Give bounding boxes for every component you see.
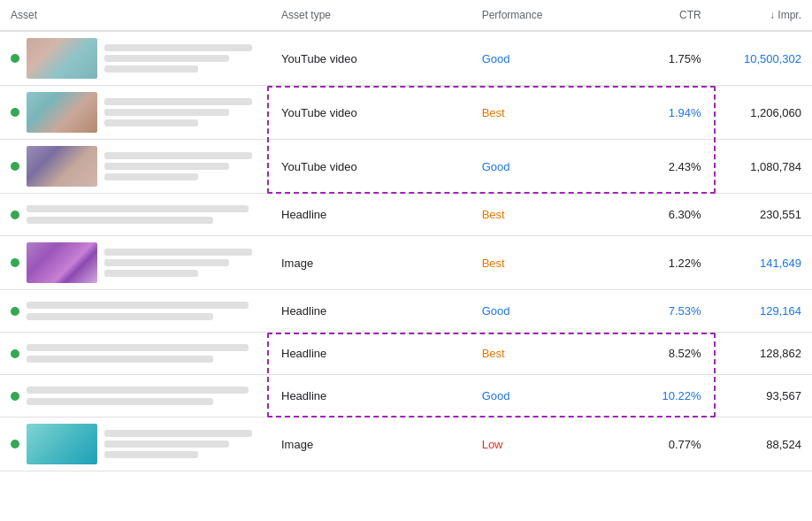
impr-cell: 230,551 <box>712 194 812 236</box>
asset-type-cell: YouTube video <box>271 86 471 140</box>
col-header-impr[interactable]: ↓ Impr. <box>712 0 812 31</box>
performance-cell: Best <box>471 194 632 236</box>
asset-type-cell: YouTube video <box>271 140 471 194</box>
performance-cell: Best <box>471 86 632 140</box>
ctr-value: 6.30% <box>669 208 701 221</box>
table-row[interactable]: HeadlineBest8.52%128,862 <box>0 333 812 375</box>
impr-value: 1,206,060 <box>750 106 801 119</box>
asset-cell <box>0 86 271 140</box>
status-dot <box>11 392 19 401</box>
ctr-cell: 1.75% <box>632 31 712 86</box>
impr-cell: 128,862 <box>712 333 812 375</box>
ctr-cell: 6.30% <box>632 194 712 236</box>
asset-type-cell: YouTube video <box>271 31 471 86</box>
col-header-asset: Asset <box>0 0 271 31</box>
performance-value: Good <box>482 160 510 173</box>
performance-value: Best <box>482 347 505 360</box>
status-dot <box>11 349 19 358</box>
asset-thumbnail <box>27 38 97 79</box>
asset-text-lines <box>104 44 260 73</box>
asset-cell <box>0 290 271 333</box>
impr-value: 10,500,302 <box>744 52 801 65</box>
asset-type-cell: Headline <box>271 375 471 418</box>
performance-value: Good <box>482 389 510 402</box>
table-row[interactable]: YouTube videoBest1.94%1,206,060 <box>0 86 812 140</box>
ctr-value: 0.77% <box>669 438 701 451</box>
ctr-cell: 2.43% <box>632 140 712 194</box>
asset-type-cell: Headline <box>271 290 471 333</box>
col-header-performance: Performance <box>471 0 632 31</box>
performance-value: Good <box>482 52 510 65</box>
impr-value: 93,567 <box>766 389 801 402</box>
asset-cell <box>0 140 271 194</box>
performance-cell: Good <box>471 375 632 418</box>
table-header: Asset Asset type Performance CTR ↓ Impr. <box>0 0 812 31</box>
ctr-cell: 1.22% <box>632 236 712 290</box>
performance-value: Best <box>482 257 505 270</box>
asset-cell <box>0 194 271 236</box>
asset-cell <box>0 31 271 86</box>
impr-value: 128,862 <box>760 347 801 360</box>
impr-cell: 1,206,060 <box>712 86 812 140</box>
performance-cell: Good <box>471 140 632 194</box>
table-row[interactable]: ImageBest1.22%141,649 <box>0 236 812 290</box>
asset-table: Asset Asset type Performance CTR ↓ Impr. <box>0 0 812 471</box>
ctr-value: 1.94% <box>669 106 701 119</box>
impr-value: 1,080,784 <box>750 160 801 173</box>
impr-cell: 141,649 <box>712 236 812 290</box>
performance-value: Best <box>482 208 505 221</box>
ctr-cell: 1.94% <box>632 86 712 140</box>
ctr-value: 2.43% <box>669 160 701 173</box>
asset-cell <box>0 418 271 471</box>
ctr-cell: 10.22% <box>632 375 712 418</box>
status-dot <box>11 211 19 219</box>
asset-thumbnail <box>27 146 97 187</box>
asset-text-lines <box>27 205 260 224</box>
asset-type-cell: Image <box>271 418 471 471</box>
status-dot <box>11 54 19 63</box>
impr-cell: 129,164 <box>712 290 812 333</box>
status-dot <box>11 162 19 171</box>
performance-value: Low <box>482 438 503 451</box>
performance-value: Best <box>482 106 505 119</box>
ctr-value: 1.22% <box>669 257 701 270</box>
ctr-cell: 7.53% <box>632 290 712 333</box>
impr-cell: 93,567 <box>712 375 812 418</box>
impr-value: 141,649 <box>760 257 801 270</box>
impr-cell: 10,500,302 <box>712 31 812 86</box>
asset-text-lines <box>104 152 260 180</box>
col-header-ctr[interactable]: CTR <box>632 0 712 31</box>
table-row[interactable]: YouTube videoGood1.75%10,500,302 <box>0 31 812 86</box>
table-row[interactable]: HeadlineGood10.22%93,567 <box>0 375 812 418</box>
status-dot <box>11 440 19 448</box>
performance-cell: Low <box>471 418 632 471</box>
status-dot <box>11 307 19 316</box>
asset-text-lines <box>27 344 260 363</box>
table-row[interactable]: HeadlineGood7.53%129,164 <box>0 290 812 333</box>
asset-text-lines <box>104 98 260 126</box>
ctr-value: 1.75% <box>669 52 701 65</box>
asset-cell <box>0 333 271 375</box>
asset-type-cell: Headline <box>271 333 471 375</box>
ctr-cell: 0.77% <box>632 418 712 471</box>
status-dot <box>11 108 19 117</box>
impr-value: 129,164 <box>760 304 801 318</box>
asset-type-cell: Image <box>271 236 471 290</box>
ctr-value: 8.52% <box>669 347 701 360</box>
impr-value: 230,551 <box>760 208 801 221</box>
table-row[interactable]: HeadlineBest6.30%230,551 <box>0 194 812 236</box>
impr-value: 88,524 <box>766 438 801 451</box>
asset-text-lines <box>104 249 260 277</box>
ctr-value: 10.22% <box>663 389 701 402</box>
table-row[interactable]: ImageLow0.77%88,524 <box>0 418 812 471</box>
status-dot <box>11 258 19 267</box>
performance-cell: Best <box>471 333 632 375</box>
asset-text-lines <box>104 430 260 458</box>
performance-cell: Good <box>471 31 632 86</box>
asset-thumbnail <box>27 424 97 464</box>
asset-table-wrapper: Asset Asset type Performance CTR ↓ Impr. <box>0 0 812 471</box>
col-header-type: Asset type <box>271 0 471 31</box>
sort-down-icon: ↓ <box>770 9 778 21</box>
asset-cell <box>0 236 271 290</box>
table-row[interactable]: YouTube videoGood2.43%1,080,784 <box>0 140 812 194</box>
